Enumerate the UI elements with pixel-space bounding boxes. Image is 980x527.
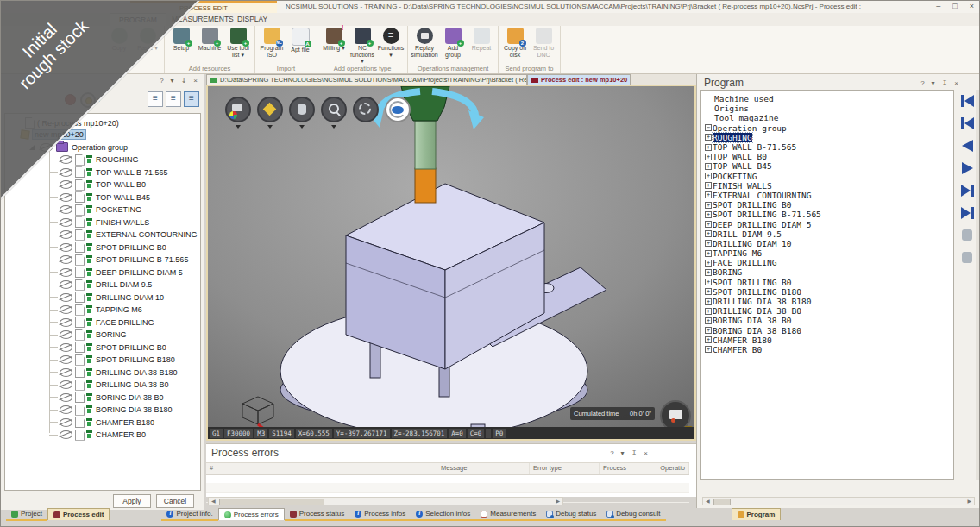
maximize-button[interactable]: □: [952, 2, 957, 10]
tree-operation-item[interactable]: BORING DIA 38 B0: [5, 392, 200, 405]
program-operation-item[interactable]: + SPOT DRILLING B180: [705, 287, 953, 297]
list-item[interactable]: Origins: [705, 104, 953, 113]
program-operation-item[interactable]: + TAPPING M6: [705, 248, 953, 258]
program-operation-item[interactable]: + FACE DRILLING: [705, 258, 953, 267]
panel-menu-icon[interactable]: ▾: [932, 79, 935, 87]
eye-hidden-icon[interactable]: [60, 318, 72, 327]
chevron-down-icon[interactable]: [299, 125, 305, 129]
zoom-magnifier-icon[interactable]: [321, 97, 347, 122]
ribbon-button[interactable]: Setup: [168, 28, 194, 52]
process-edit-tab[interactable]: Process edit : new mp10+20: [527, 74, 631, 85]
eye-hidden-icon[interactable]: [60, 280, 72, 289]
tree-operation-item[interactable]: TOP WALL B0: [5, 179, 200, 191]
expand-box-icon[interactable]: +: [705, 191, 712, 198]
tree-operation-item[interactable]: CHAMFER B0: [5, 429, 200, 442]
apply-button[interactable]: Apply: [113, 494, 151, 508]
eye-hidden-icon[interactable]: [60, 405, 72, 414]
expand-box-icon[interactable]: +: [705, 173, 712, 179]
panel-menu-icon[interactable]: ▾: [621, 449, 625, 457]
cancel-button[interactable]: Cancel: [156, 494, 194, 508]
program-operation-item[interactable]: + DEEP DRILLING DIAM 5: [705, 219, 953, 229]
list-compact-icon[interactable]: ≡: [148, 91, 163, 107]
ribbon-button[interactable]: Functions ▾: [378, 28, 404, 58]
bottom-tab[interactable]: Program: [732, 508, 782, 520]
expand-box-icon[interactable]: +: [705, 279, 712, 285]
expand-box-icon[interactable]: +: [705, 336, 712, 343]
expand-box-icon[interactable]: +: [705, 308, 712, 315]
panel-help-icon[interactable]: ?: [920, 79, 924, 87]
list-item[interactable]: Tool magazine: [705, 113, 953, 122]
panel-close-icon[interactable]: ×: [193, 77, 198, 85]
eye-hidden-icon[interactable]: [60, 168, 72, 177]
expand-box-icon[interactable]: +: [705, 144, 712, 151]
simulation-viewport[interactable]: Cumulated time 0h 0' 0" G1F30000M3S1194X…: [206, 85, 696, 441]
program-operation-item[interactable]: + CHAMFER B0: [705, 345, 953, 354]
expand-box-icon[interactable]: +: [705, 240, 712, 247]
bottom-tab[interactable]: Measurements: [475, 508, 541, 521]
program-operation-item[interactable]: + EXTERNAL CONTOURNING: [705, 191, 953, 200]
expand-box-icon[interactable]: +: [705, 202, 712, 209]
tree-operation-item[interactable]: CHAMFER B180: [5, 417, 200, 430]
panel-pin-icon[interactable]: ↧: [631, 449, 638, 457]
simulation-toolbar-icon[interactable]: [960, 94, 976, 108]
tree-operation-item[interactable]: DRILLING DIA 38 B180: [5, 367, 200, 380]
program-operation-item[interactable]: + FINISH WALLS: [705, 181, 953, 191]
eye-hidden-icon[interactable]: [60, 243, 72, 252]
tree-operation-item[interactable]: SPOT DRILLING B0: [5, 242, 200, 254]
program-operation-item[interactable]: + POCKETING: [705, 172, 953, 181]
minimize-button[interactable]: –: [936, 2, 940, 10]
panel-pin-icon[interactable]: ↧: [181, 77, 187, 85]
simulation-toolbar-icon[interactable]: [960, 251, 976, 265]
expand-box-icon[interactable]: +: [705, 260, 712, 267]
bottom-tab[interactable]: Process edit: [47, 508, 110, 520]
eye-hidden-icon[interactable]: [60, 368, 72, 377]
eye-hidden-icon[interactable]: [60, 218, 72, 227]
tree-operation-item[interactable]: FINISH WALLS: [5, 216, 200, 229]
tree-operation-item[interactable]: DRILLING DIA 38 B0: [5, 379, 200, 392]
eye-hidden-icon[interactable]: [60, 205, 72, 214]
expand-box-icon[interactable]: +: [705, 134, 712, 141]
bottom-tab[interactable]: Process errors: [218, 508, 285, 520]
expand-box-icon[interactable]: +: [705, 346, 712, 353]
ribbon-button[interactable]: Add group: [440, 28, 466, 58]
panel-menu-icon[interactable]: ▾: [171, 77, 174, 85]
expand-box-icon[interactable]: +: [705, 317, 712, 324]
ribbon-button[interactable]: Send to DNC: [531, 28, 556, 58]
program-operation-item[interactable]: + SPOT DRILLING B-71.565: [705, 210, 953, 219]
tree-operation-item[interactable]: DRILLING DIAM 10: [5, 292, 200, 304]
program-operation-item[interactable]: + BORING DIA 38 B0: [705, 316, 953, 325]
ribbon-button[interactable]: Copy on disk: [502, 28, 528, 58]
tree-operation-item[interactable]: EXTERNAL CONTOURNING: [5, 229, 200, 242]
bottom-tab[interactable]: Debug status: [541, 508, 601, 521]
expand-box-icon[interactable]: +: [705, 211, 712, 218]
program-operation-item[interactable]: + TOP WALL B45: [705, 161, 953, 171]
program-operation-item[interactable]: + DRILL DIAM 9.5: [705, 229, 953, 239]
program-operation-item[interactable]: + DRILLING DIA 38 B0: [705, 306, 953, 316]
program-operation-item[interactable]: + TOP WALL B0: [705, 152, 953, 161]
simulation-toolbar-icon[interactable]: [960, 116, 976, 130]
tree-operation-item[interactable]: TOP WALL B45: [5, 191, 200, 204]
list-medium-icon[interactable]: ≡: [166, 91, 181, 107]
ribbon-button[interactable]: Milling ▾: [321, 28, 347, 52]
expand-box-icon[interactable]: +: [705, 298, 712, 305]
simulation-toolbar-icon[interactable]: [960, 184, 976, 198]
program-operation-item[interactable]: + CHAMFER B180: [705, 336, 953, 345]
tree-operation-item[interactable]: TOP WALL B-71.565: [5, 166, 200, 179]
panel-help-icon[interactable]: ?: [610, 449, 613, 457]
eye-hidden-icon[interactable]: [60, 355, 72, 364]
program-operation-item[interactable]: + DRILLING DIA 38 B180: [705, 297, 953, 306]
list-detail-icon[interactable]: ≡: [184, 91, 199, 107]
chevron-down-icon[interactable]: [331, 125, 336, 129]
program-horizontal-scrollbar[interactable]: ◀▶: [702, 497, 975, 505]
ribbon-button[interactable]: Replay simulation: [411, 28, 437, 58]
project-path-tab[interactable]: D:\Data\SPRING TECHNOLOGIES\NCSIMUL SOLU…: [206, 74, 527, 85]
expand-box-icon[interactable]: +: [705, 288, 712, 295]
simulation-toolbar-icon[interactable]: [960, 206, 976, 220]
tree-operation-item[interactable]: SPOT DRILLING B0: [5, 342, 200, 354]
tree-operation-item[interactable]: POCKETING: [5, 204, 200, 216]
errors-horizontal-scrollbar[interactable]: ◀▶: [208, 497, 563, 505]
simulation-toolbar-icon[interactable]: [960, 139, 976, 153]
expand-box-icon[interactable]: +: [705, 163, 712, 170]
eye-hidden-icon[interactable]: [60, 418, 72, 427]
rotate-refresh-icon[interactable]: [385, 97, 411, 122]
